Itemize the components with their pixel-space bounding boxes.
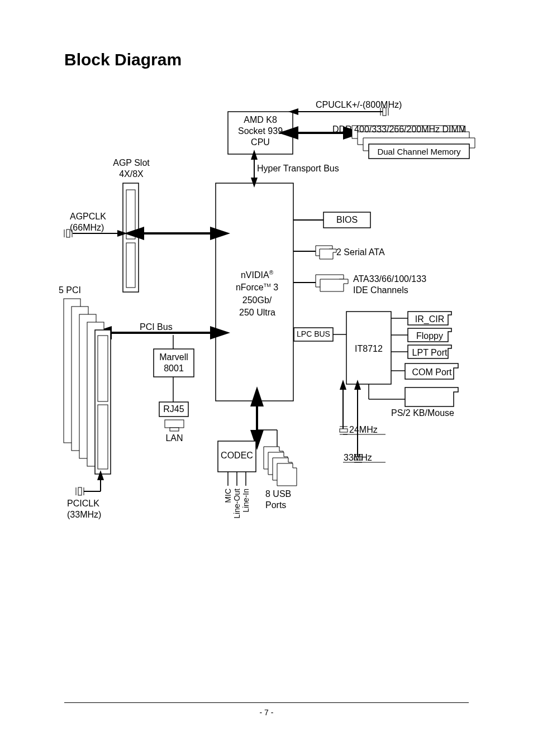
cpu-line3: CPU: [232, 137, 288, 149]
floppy-label: Floppy: [409, 331, 450, 342]
cpu-line2: Socket 939: [232, 126, 288, 137]
clk33-label: 33MHz: [344, 452, 383, 464]
svg-rect-35: [340, 429, 348, 432]
ircir-label: IR_CIR: [409, 314, 450, 326]
svg-rect-12: [126, 190, 135, 239]
marvell-line1: Marvell: [156, 352, 191, 363]
svg-rect-54: [98, 336, 108, 401]
pciclk-line1: PCICLK: [67, 498, 112, 510]
clk24-label: 24MHz: [349, 424, 388, 436]
svg-rect-48: [170, 428, 179, 431]
bios-label: BIOS: [325, 214, 369, 226]
svg-rect-13: [126, 243, 135, 288]
audio-lineout: Line-Out: [232, 489, 241, 519]
usb-line1: 8 USB: [265, 489, 304, 500]
pci-bus-label: PCI Bus: [140, 322, 184, 333]
chipset-line3: 250Gb/: [235, 295, 279, 307]
svg-rect-47: [165, 420, 184, 428]
svg-rect-55: [98, 405, 108, 469]
ps2-label: PS/2 KB/Mouse: [391, 408, 469, 419]
lpc-bus-label: LPC BUS: [294, 329, 332, 339]
lan-label: LAN: [162, 433, 187, 444]
footer-rule: [64, 702, 469, 703]
agpclk-line2: (66MHz): [70, 222, 115, 234]
ide-line1: ATA33/66/100/133: [353, 274, 448, 285]
ide-line2: IDE Channels: [353, 285, 448, 296]
hyper-label: Hyper Transport Bus: [257, 163, 358, 175]
pciclk-line2: (33MHz): [67, 509, 112, 521]
chipset-line4: 250 Ultra: [234, 307, 281, 319]
dual-channel-label: Dual Channel Memory: [372, 146, 466, 157]
marvell-line2: 8001: [156, 363, 191, 375]
cpuclk-label: CPUCLK+/-(800MHz): [316, 99, 427, 111]
page-number: - 7 -: [0, 708, 533, 717]
audio-mic: MIC: [223, 489, 232, 503]
agp-slot-line2: 4X/8X: [98, 169, 165, 180]
audio-linein: Line-In: [241, 489, 250, 513]
ddr-label: DDR 400/333/266/200MHz DIMM: [332, 124, 478, 136]
com-label: COM Port: [408, 367, 456, 379]
chipset-line2: nForceTM 3: [229, 282, 285, 294]
it8712-label: IT8712: [348, 343, 390, 355]
cpu-line1: AMD K8: [232, 114, 288, 126]
svg-rect-58: [78, 487, 82, 495]
lpt-label: LPT Port: [409, 347, 450, 359]
usb-line2: Ports: [265, 500, 304, 511]
pci5-label: 5 PCI: [59, 285, 92, 296]
chipset-line1: nVIDIA®: [235, 269, 279, 281]
rj45-label: RJ45: [160, 404, 187, 415]
codec-label: CODEC: [218, 450, 255, 462]
agpclk-line1: AGPCLK: [70, 211, 115, 223]
agp-slot-line1: AGP Slot: [98, 157, 165, 169]
sata-label: 2 Serial ATA: [336, 247, 403, 259]
